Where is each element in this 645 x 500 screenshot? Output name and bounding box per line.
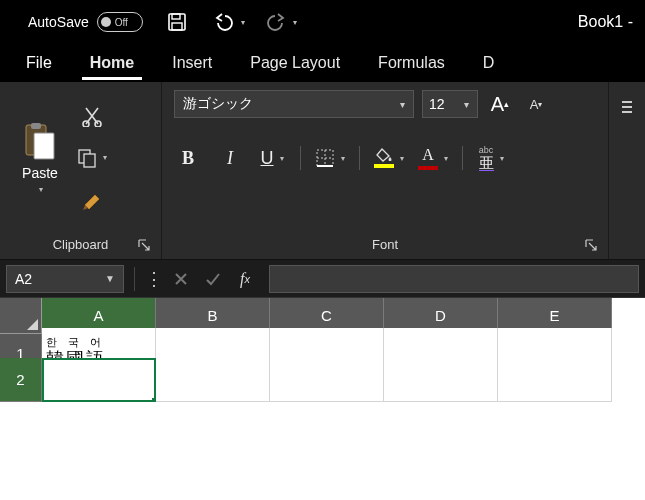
autosave-toggle[interactable]: AutoSave Off bbox=[28, 12, 143, 32]
redo-button[interactable]: ▾ bbox=[263, 4, 299, 40]
dialog-launcher-icon[interactable] bbox=[137, 238, 151, 252]
cell-A2[interactable] bbox=[42, 358, 156, 402]
chevron-down-icon[interactable]: ▾ bbox=[39, 185, 43, 194]
font-color-button[interactable]: A ▾ bbox=[418, 144, 448, 172]
document-title: Book1 - bbox=[578, 13, 637, 31]
chevron-down-icon: ▾ bbox=[391, 99, 413, 110]
font-size-combobox[interactable]: 12 ▾ bbox=[422, 90, 478, 118]
phonetic-text: 한 국 어 bbox=[46, 336, 151, 349]
cell-E2[interactable] bbox=[498, 358, 612, 402]
clipboard-group-label: Clipboard bbox=[0, 229, 161, 259]
format-painter-button[interactable] bbox=[76, 184, 108, 216]
dialog-launcher-icon[interactable] bbox=[584, 238, 598, 252]
name-box[interactable]: A2 ▼ bbox=[6, 265, 124, 293]
more-icon[interactable]: ⋮ bbox=[145, 268, 165, 290]
chevron-down-icon: ▼ bbox=[105, 273, 115, 284]
toggle-knob bbox=[101, 17, 111, 27]
autosave-state: Off bbox=[115, 17, 128, 28]
cell-D2[interactable] bbox=[384, 358, 498, 402]
formula-bar: A2 ▼ ⋮ fx bbox=[0, 260, 645, 298]
svg-rect-9 bbox=[84, 154, 95, 167]
tab-formulas[interactable]: Formulas bbox=[360, 48, 463, 78]
autosave-label: AutoSave bbox=[28, 14, 89, 30]
select-all-corner[interactable] bbox=[0, 298, 42, 334]
group-font: 游ゴシック ▾ 12 ▾ A▴ A▾ B I U ▾ bbox=[162, 82, 609, 259]
phonetic-guide-button[interactable]: abc 亜 ▾ bbox=[477, 144, 505, 172]
divider bbox=[134, 267, 135, 291]
tab-home[interactable]: Home bbox=[72, 48, 152, 78]
undo-button[interactable]: ▾ bbox=[211, 4, 247, 40]
tab-file[interactable]: File bbox=[8, 48, 70, 78]
chevron-down-icon: ▾ bbox=[455, 99, 477, 110]
tab-data[interactable]: D bbox=[465, 48, 495, 78]
tab-page-layout[interactable]: Page Layout bbox=[232, 48, 358, 78]
chevron-down-icon: ▾ bbox=[103, 153, 107, 162]
svg-rect-5 bbox=[34, 133, 54, 159]
chevron-down-icon: ▾ bbox=[293, 18, 297, 27]
save-button[interactable] bbox=[159, 4, 195, 40]
chevron-down-icon: ▾ bbox=[444, 154, 448, 163]
fill-handle[interactable] bbox=[151, 397, 156, 402]
svg-rect-4 bbox=[31, 123, 41, 129]
chevron-down-icon: ▾ bbox=[400, 154, 404, 163]
formula-input[interactable] bbox=[269, 265, 639, 293]
divider bbox=[462, 146, 463, 170]
paste-label: Paste bbox=[22, 165, 58, 181]
row-header-2[interactable]: 2 bbox=[0, 358, 42, 402]
chevron-down-icon: ▾ bbox=[341, 154, 345, 163]
cell-C2[interactable] bbox=[270, 358, 384, 402]
ribbon-overflow bbox=[609, 82, 645, 259]
fill-color-swatch bbox=[374, 164, 394, 168]
chevron-down-icon: ▾ bbox=[280, 154, 284, 163]
title-bar: AutoSave Off ▾ ▾ Book1 - bbox=[0, 0, 645, 44]
font-color-swatch bbox=[418, 166, 438, 170]
borders-button[interactable]: ▾ bbox=[315, 144, 345, 172]
autosave-switch[interactable]: Off bbox=[97, 12, 143, 32]
cell-B2[interactable] bbox=[156, 358, 270, 402]
group-clipboard: Paste ▾ ▾ Clipboard bbox=[0, 82, 162, 259]
ribbon-tabs: File Home Insert Page Layout Formulas D bbox=[0, 44, 645, 82]
decrease-font-size-button[interactable]: A▾ bbox=[522, 90, 550, 118]
increase-font-size-button[interactable]: A▴ bbox=[486, 90, 514, 118]
tab-insert[interactable]: Insert bbox=[154, 48, 230, 78]
bold-button[interactable]: B bbox=[174, 144, 202, 172]
chevron-down-icon: ▾ bbox=[241, 18, 245, 27]
underline-button[interactable]: U ▾ bbox=[258, 144, 286, 172]
copy-button[interactable]: ▾ bbox=[76, 142, 108, 174]
cut-button[interactable] bbox=[76, 100, 108, 132]
chevron-down-icon: ▾ bbox=[500, 154, 504, 163]
italic-button[interactable]: I bbox=[216, 144, 244, 172]
divider bbox=[359, 146, 360, 170]
svg-rect-2 bbox=[172, 23, 182, 30]
enter-formula-button[interactable] bbox=[197, 263, 229, 295]
ribbon: Paste ▾ ▾ Clipboard bbox=[0, 82, 645, 260]
font-name-combobox[interactable]: 游ゴシック ▾ bbox=[174, 90, 414, 118]
worksheet-grid[interactable]: A B C D E 1 한 국 어 韓國語 2 bbox=[0, 298, 645, 388]
cancel-formula-button[interactable] bbox=[165, 263, 197, 295]
fill-color-button[interactable]: ▾ bbox=[374, 144, 404, 172]
insert-function-button[interactable]: fx bbox=[229, 263, 261, 295]
divider bbox=[300, 146, 301, 170]
paste-button[interactable] bbox=[20, 121, 60, 161]
font-group-label: Font bbox=[162, 229, 608, 259]
